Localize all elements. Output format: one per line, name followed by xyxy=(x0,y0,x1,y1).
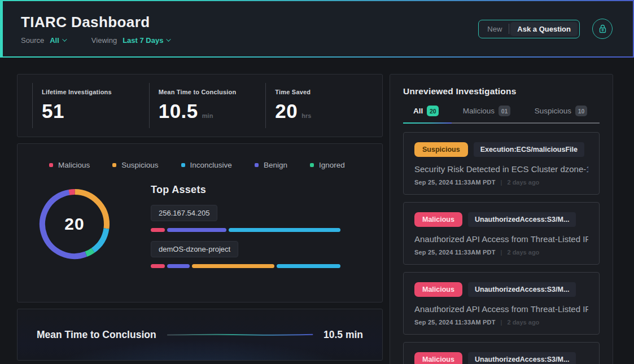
legend-label: Ignored xyxy=(319,161,345,169)
asset-stacked-bar xyxy=(151,264,340,268)
main-content: Lifetime Investigations 51 Mean Time to … xyxy=(0,58,634,364)
asset-row: demOS-dzone-project xyxy=(151,241,340,268)
bar-segment-benign xyxy=(167,228,226,232)
investigation-card[interactable]: MaliciousUnauthorizedAccess:S3/M...Anaut… xyxy=(403,342,600,364)
mean-time-card: Mean Time to Conclusion 10.5 min xyxy=(17,309,383,361)
date-range-value: Last 7 Days xyxy=(123,36,163,45)
inconclusive-dot-icon xyxy=(181,163,185,167)
legend-item-suspicious[interactable]: Suspicious xyxy=(112,161,158,169)
legend-item-benign[interactable]: Benign xyxy=(255,161,287,169)
mttc-sparkline xyxy=(167,331,313,339)
chart-body: 20 Top Assets 256.167.54.205demOS-dzone-… xyxy=(18,184,382,268)
top-assets-list: 256.167.54.205demOS-dzone-project xyxy=(151,205,340,268)
chart-legend: MaliciousSuspiciousInconclusiveBenignIgn… xyxy=(49,161,382,169)
ask-question-label: Ask a Question xyxy=(510,22,578,36)
top-assets-title: Top Assets xyxy=(151,184,340,196)
unreviewed-investigations-panel: Unreviewed Investigations All20Malicious… xyxy=(390,74,613,364)
legend-item-ignored[interactable]: Ignored xyxy=(310,161,345,169)
badge-row: SuspiciousExecution:ECS/maliciousFile xyxy=(414,142,588,157)
date-range-dropdown[interactable]: Last 7 Days xyxy=(123,36,169,45)
investigation-card[interactable]: SuspiciousExecution:ECS/maliciousFileSec… xyxy=(403,132,600,195)
tab-count-badge: 01 xyxy=(499,106,510,116)
mean-time-value: 10.5 min xyxy=(323,329,363,341)
investigations-tabs: All20Malicious01Suspicious10 xyxy=(403,106,600,124)
stat-label: Mean Time to Conclusion xyxy=(159,89,266,95)
age-label: 2 days ago xyxy=(507,319,539,326)
legend-item-inconclusive[interactable]: Inconclusive xyxy=(181,161,232,169)
asset-name-pill[interactable]: demOS-dzone-project xyxy=(151,241,238,257)
verdict-donut-chart: 20 xyxy=(38,187,111,261)
severity-badge: Malicious xyxy=(414,282,462,297)
source-dropdown[interactable]: All xyxy=(50,36,65,45)
badge-row: MaliciousUnauthorizedAccess:S3/M... xyxy=(414,212,588,227)
asset-row: 256.167.54.205 xyxy=(151,205,340,232)
tab-malicious[interactable]: Malicious01 xyxy=(463,106,510,122)
badge-row: MaliciousUnauthorizedAccess:S3/M... xyxy=(414,282,588,297)
viewing-label: Viewing xyxy=(91,36,117,45)
bar-segment-inconclusive xyxy=(229,228,340,232)
header-actions: New Ask a Question xyxy=(478,19,613,39)
header: TIARC Dashboard Source All Viewing Last … xyxy=(3,1,633,56)
lock-icon xyxy=(598,24,607,33)
meta-separator: | xyxy=(501,319,502,326)
meta-separator: | xyxy=(501,249,502,256)
stat-label: Lifetime Investigations xyxy=(42,89,149,95)
finding-type-tag: Execution:ECS/maliciousFile xyxy=(474,142,584,157)
bar-segment-malicious xyxy=(151,228,165,232)
malicious-dot-icon xyxy=(49,163,53,167)
benign-dot-icon xyxy=(255,163,259,167)
stat-lifetime-investigations: Lifetime Investigations 51 xyxy=(32,83,149,128)
legend-label: Benign xyxy=(264,161,287,169)
stats-card: Lifetime Investigations 51 Mean Time to … xyxy=(17,74,383,137)
panel-title: Unreviewed Investigations xyxy=(403,86,600,97)
mean-time-title: Mean Time to Conclusion xyxy=(37,329,156,341)
asset-stacked-bar xyxy=(151,228,340,232)
header-left: TIARC Dashboard Source All Viewing Last … xyxy=(21,14,169,45)
severity-badge: Malicious xyxy=(414,212,462,227)
stat-value: 51 xyxy=(42,100,64,122)
stat-value: 10.5 xyxy=(159,100,198,122)
legend-item-malicious[interactable]: Malicious xyxy=(49,161,90,169)
investigation-meta: Sep 25, 2024 11:33AM PDT|2 days ago xyxy=(414,249,588,256)
severity-badge: Suspicious xyxy=(414,142,468,157)
chevron-down-icon xyxy=(167,37,171,41)
timestamp: Sep 25, 2024 11:33AM PDT xyxy=(414,249,496,256)
bar-segment-inconclusive xyxy=(277,264,340,268)
new-button[interactable]: New xyxy=(480,22,509,36)
investigation-meta: Sep 25, 2024 11:33AM PDT|2 days ago xyxy=(414,319,588,326)
lock-button[interactable] xyxy=(592,19,613,39)
header-filters: Source All Viewing Last 7 Days xyxy=(21,36,169,45)
ask-a-question-button[interactable]: New Ask a Question xyxy=(478,20,580,38)
bar-segment-suspicious xyxy=(192,264,274,268)
finding-type-tag: UnauthorizedAccess:S3/M... xyxy=(468,352,576,364)
tab-count-badge: 20 xyxy=(427,106,439,116)
legend-label: Suspicious xyxy=(121,161,158,169)
tab-all[interactable]: All20 xyxy=(413,106,439,122)
stat-label: Time Saved xyxy=(275,89,382,95)
top-assets-section: Top Assets 256.167.54.205demOS-dzone-pro… xyxy=(151,184,340,268)
donut-total: 20 xyxy=(38,187,111,261)
tab-label: All xyxy=(413,107,423,115)
asset-name-pill[interactable]: 256.167.54.205 xyxy=(151,205,217,221)
button-divider xyxy=(509,24,509,34)
page-title: TIARC Dashboard xyxy=(21,14,169,31)
bar-segment-benign xyxy=(167,264,190,268)
badge-row: MaliciousUnauthorizedAccess:S3/M... xyxy=(414,352,588,364)
stat-value: 20 xyxy=(275,100,298,122)
age-label: 2 days ago xyxy=(507,249,539,256)
investigation-meta: Sep 25, 2024 11:33AM PDT|2 days ago xyxy=(414,179,588,186)
investigation-card[interactable]: MaliciousUnauthorizedAccess:S3/M...Anaut… xyxy=(403,202,600,265)
tab-label: Malicious xyxy=(463,107,495,115)
finding-type-tag: UnauthorizedAccess:S3/M... xyxy=(468,282,576,297)
stat-unit: hrs xyxy=(301,112,311,119)
investigation-title: Security Risk Detected in ECS Cluster dz… xyxy=(414,164,588,174)
investigation-card[interactable]: MaliciousUnauthorizedAccess:S3/M...Anaut… xyxy=(403,272,600,335)
tab-suspicious[interactable]: Suspicious10 xyxy=(535,106,587,122)
meta-separator: | xyxy=(501,179,502,186)
suspicious-dot-icon xyxy=(112,163,116,167)
legend-label: Malicious xyxy=(58,161,90,169)
source-value: All xyxy=(50,36,59,45)
investigation-title: Anauthorized API Access from Threat-List… xyxy=(414,304,588,314)
verdict-chart-card: MaliciousSuspiciousInconclusiveBenignIgn… xyxy=(17,143,383,302)
header-accent-border: TIARC Dashboard Source All Viewing Last … xyxy=(0,0,634,58)
